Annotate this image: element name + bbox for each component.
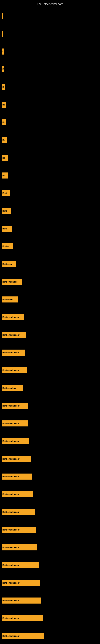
bar-17: Bottleneck resu	[1, 314, 24, 320]
bar-29: Bottleneck result	[1, 527, 36, 533]
bar-28: Bottleneck result	[1, 509, 35, 515]
bar-label-28: Bottleneck result	[2, 511, 20, 513]
bar-row: Bottleneck result	[1, 509, 99, 515]
bar-row: s	[1, 31, 99, 37]
bar-16: Bottleneck	[1, 296, 18, 302]
bar-20: Bottleneck result	[1, 367, 27, 373]
bar-label-9: Bo	[2, 174, 5, 177]
bar-row: Bottleneck result	[1, 580, 99, 586]
bar-2: B	[1, 48, 3, 54]
bar-24: Bottleneck result	[1, 438, 29, 444]
bar-row: Bo	[1, 119, 99, 126]
bar-row: Bott	[1, 190, 99, 196]
bar-row: Bo	[1, 155, 99, 161]
bar-row: B	[1, 84, 99, 90]
bar-label-4: B	[2, 86, 4, 88]
bar-label-35: Bottleneck result	[2, 635, 20, 637]
bar-row: Bottleneck result	[1, 332, 99, 338]
bar-label-21: Bottleneck re	[2, 387, 16, 389]
bar-label-23: Bottleneck resul	[2, 422, 20, 425]
bar-label-2: B	[2, 50, 3, 53]
bar-row: Bottleneck result	[1, 367, 99, 373]
bar-33: Bottleneck result	[1, 598, 41, 604]
bar-row: Bottle	[1, 243, 99, 249]
bar-label-22: Bottleneck result	[2, 404, 20, 407]
bar-12: Bott	[1, 226, 12, 232]
bar-row: Bottleneck resul	[1, 420, 99, 426]
bar-25: Bottleneck result	[1, 456, 31, 462]
bar-row: Bo	[1, 102, 99, 108]
bar-label-11: Bottl	[2, 210, 7, 212]
bar-7: Bo	[1, 137, 7, 143]
site-title: TheBottlenecker.com	[0, 1, 100, 7]
bar-label-33: Bottleneck result	[2, 599, 20, 602]
bar-8: Bo	[1, 155, 8, 161]
bar-3: B	[1, 66, 4, 72]
bar-32: Bottleneck result	[1, 580, 40, 586]
bar-1: s	[1, 31, 3, 37]
bar-row: Bottlenec	[1, 261, 99, 267]
bar-0	[1, 13, 3, 19]
bar-27: Bottleneck result	[1, 491, 33, 497]
bar-row	[1, 13, 99, 19]
bar-6: Bo	[1, 119, 6, 126]
bar-14: Bottlenec	[1, 261, 16, 267]
bar-row: Bottleneck result	[1, 562, 99, 568]
bar-26: Bottleneck result	[1, 474, 32, 480]
bar-label-31: Bottleneck result	[2, 564, 20, 566]
bar-10: Bott	[1, 190, 10, 196]
bar-label-17: Bottleneck resu	[2, 316, 19, 318]
bar-row: Bottleneck result	[1, 633, 99, 639]
bar-row: Bottleneck result	[1, 527, 99, 533]
bar-row: Bottleneck result	[1, 456, 99, 462]
bar-label-26: Bottleneck result	[2, 475, 20, 478]
bar-label-7: Bo	[2, 139, 5, 141]
bar-row: Bottl	[1, 208, 99, 214]
bar-row: Bo	[1, 172, 99, 178]
bar-row: Bottleneck result	[1, 544, 99, 550]
bar-4: B	[1, 84, 5, 90]
bar-row: Bott	[1, 226, 99, 232]
bar-11: Bottl	[1, 208, 11, 214]
bar-5: Bo	[1, 102, 6, 108]
bar-label-19: Bottleneck resu	[2, 352, 19, 354]
bar-label-15: Bottleneck res	[2, 280, 18, 283]
bar-18: Bottleneck result	[1, 332, 26, 338]
bar-label-30: Bottleneck result	[2, 546, 20, 548]
bar-row: Bottleneck re	[1, 385, 99, 391]
bar-row: Bottleneck result	[1, 438, 99, 444]
bar-30: Bottleneck result	[1, 544, 37, 550]
bar-row: Bottleneck result	[1, 474, 99, 480]
bar-label-3: B	[2, 68, 3, 70]
bar-22: Bottleneck result	[1, 403, 28, 409]
bar-label-16: Bottleneck	[2, 298, 14, 301]
bar-9: Bo	[1, 172, 8, 178]
bar-label-18: Bottleneck result	[2, 334, 20, 336]
bar-label-25: Bottleneck result	[2, 458, 20, 460]
bar-row: Bottleneck res	[1, 279, 99, 285]
bar-21: Bottleneck re	[1, 385, 23, 391]
bar-34: Bottleneck result	[1, 615, 43, 621]
bar-label-5: Bo	[2, 104, 5, 106]
bar-row: B	[1, 66, 99, 72]
bar-label-34: Bottleneck result	[2, 617, 20, 620]
bar-row: Bottleneck resu	[1, 350, 99, 356]
bar-label-32: Bottleneck result	[2, 582, 20, 584]
bar-35: Bottleneck result	[1, 633, 44, 639]
bar-label-14: Bottlenec	[2, 263, 12, 265]
bar-23: Bottleneck resul	[1, 420, 28, 426]
bar-row: Bottleneck result	[1, 598, 99, 604]
bar-row: Bo	[1, 137, 99, 143]
bar-row: Bottleneck	[1, 296, 99, 302]
bar-label-20: Bottleneck result	[2, 369, 20, 372]
bar-label-10: Bott	[2, 192, 7, 194]
bar-row: Bottleneck resu	[1, 314, 99, 320]
bar-label-24: Bottleneck result	[2, 440, 20, 442]
bar-row: B	[1, 48, 99, 54]
bar-row: Bottleneck result	[1, 615, 99, 621]
bar-label-29: Bottleneck result	[2, 528, 20, 531]
bar-row: Bottleneck result	[1, 403, 99, 409]
bar-label-27: Bottleneck result	[2, 493, 20, 496]
bar-15: Bottleneck res	[1, 279, 22, 285]
bar-label-8: Bo	[2, 156, 5, 159]
